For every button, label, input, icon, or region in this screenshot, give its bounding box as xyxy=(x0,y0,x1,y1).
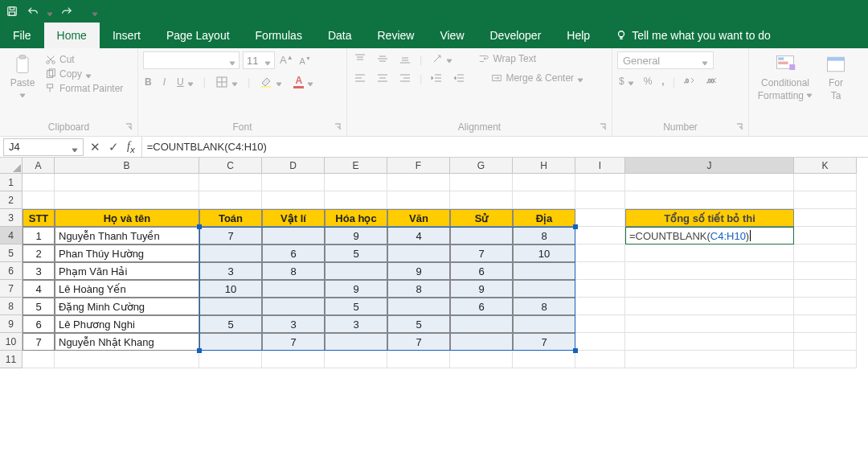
cell-F5[interactable] xyxy=(387,244,450,262)
cell-K9[interactable] xyxy=(794,315,857,333)
cell-B10[interactable]: Nguyễn Nhật Khang xyxy=(55,333,199,351)
worksheet-grid[interactable]: ABCDEFGHIJK 1234567891011 STTHọ và tênTo… xyxy=(0,158,868,399)
cell-B9[interactable]: Lê Phương Nghi xyxy=(55,315,199,333)
formula-input[interactable]: =COUNTBLANK(C4:H10) xyxy=(141,137,868,157)
cell-B5[interactable]: Phan Thúy Hường xyxy=(55,244,199,262)
cell-J7[interactable] xyxy=(625,280,794,298)
row-header-8[interactable]: 8 xyxy=(0,298,23,315)
cell-J9[interactable] xyxy=(625,315,794,333)
cell-K2[interactable] xyxy=(794,191,857,209)
row-header-9[interactable]: 9 xyxy=(0,315,23,333)
cell-I2[interactable] xyxy=(575,191,625,209)
cell-A9[interactable]: 6 xyxy=(23,315,55,333)
italic-button[interactable]: I xyxy=(162,76,167,88)
cell-H5[interactable]: 10 xyxy=(513,244,575,262)
cell-C8[interactable] xyxy=(199,298,262,315)
cut-button[interactable]: Cut xyxy=(43,53,125,66)
wrap-text-button[interactable]: Wrap Text xyxy=(477,52,538,65)
grow-font-button[interactable]: A▲ xyxy=(278,53,295,67)
cell-G9[interactable] xyxy=(450,315,513,333)
cell-K5[interactable] xyxy=(794,244,857,262)
cell-D1[interactable] xyxy=(262,174,325,191)
cell-H4[interactable]: 8 xyxy=(513,227,575,244)
column-header-A[interactable]: A xyxy=(23,158,55,174)
cell-I1[interactable] xyxy=(575,174,625,191)
cell-E2[interactable] xyxy=(325,191,387,209)
cell-B1[interactable] xyxy=(55,174,199,191)
qat-customize-icon[interactable] xyxy=(92,8,98,14)
align-left-button[interactable] xyxy=(352,71,368,85)
borders-button[interactable] xyxy=(214,75,240,89)
cell-G3[interactable]: Sử xyxy=(450,209,513,227)
cell-E7[interactable]: 9 xyxy=(325,280,387,298)
undo-dropdown-icon[interactable] xyxy=(47,8,53,14)
cell-I11[interactable] xyxy=(575,351,625,368)
cell-A5[interactable]: 2 xyxy=(23,244,55,262)
cell-F7[interactable]: 8 xyxy=(387,280,450,298)
font-size-select[interactable]: 11 xyxy=(243,51,275,69)
cell-F3[interactable]: Văn xyxy=(387,209,450,227)
cell-A11[interactable] xyxy=(23,351,55,368)
decrease-indent-button[interactable] xyxy=(428,71,444,85)
cell-D5[interactable]: 6 xyxy=(262,244,325,262)
tab-developer[interactable]: Developer xyxy=(477,23,555,48)
cell-H1[interactable] xyxy=(513,174,575,191)
cell-A3[interactable]: STT xyxy=(23,209,55,227)
font-family-select[interactable] xyxy=(143,51,240,69)
column-header-I[interactable]: I xyxy=(575,158,625,174)
cell-E8[interactable]: 5 xyxy=(325,298,387,315)
cell-D8[interactable] xyxy=(262,298,325,315)
row-header-5[interactable]: 5 xyxy=(0,244,23,262)
conditional-formatting-button[interactable]: Conditional Formatting xyxy=(754,51,817,101)
column-header-F[interactable]: F xyxy=(387,158,450,174)
cell-F1[interactable] xyxy=(387,174,450,191)
cell-E1[interactable] xyxy=(325,174,387,191)
cell-A6[interactable]: 3 xyxy=(23,262,55,280)
percent-format-button[interactable]: % xyxy=(642,75,654,88)
insert-function-button[interactable]: fx xyxy=(127,140,135,154)
tab-review[interactable]: Review xyxy=(365,23,428,48)
cell-I10[interactable] xyxy=(575,333,625,351)
fill-color-button[interactable] xyxy=(258,75,284,89)
cell-C10[interactable] xyxy=(199,333,262,351)
cell-H3[interactable]: Địa xyxy=(513,209,575,227)
range-handle[interactable] xyxy=(573,348,578,353)
cell-A1[interactable] xyxy=(23,174,55,191)
cell-H7[interactable] xyxy=(513,280,575,298)
cell-E4[interactable]: 9 xyxy=(325,227,387,244)
redo-icon[interactable] xyxy=(59,4,74,18)
range-handle[interactable] xyxy=(573,224,578,229)
format-as-table-button[interactable]: For Ta xyxy=(820,51,852,101)
cell-C9[interactable]: 5 xyxy=(199,315,262,333)
cell-J3[interactable]: Tổng số tiết bỏ thi xyxy=(625,209,794,227)
increase-indent-button[interactable] xyxy=(451,71,467,85)
column-header-D[interactable]: D xyxy=(262,158,325,174)
cell-G4[interactable] xyxy=(450,227,513,244)
cell-C7[interactable]: 10 xyxy=(199,280,262,298)
align-center-button[interactable] xyxy=(375,71,391,85)
cell-G2[interactable] xyxy=(450,191,513,209)
column-header-J[interactable]: J xyxy=(625,158,794,174)
range-handle[interactable] xyxy=(197,348,202,353)
save-icon[interactable] xyxy=(5,4,19,18)
cell-K4[interactable] xyxy=(794,227,857,244)
row-header-3[interactable]: 3 xyxy=(0,209,23,227)
row-header-1[interactable]: 1 xyxy=(0,174,23,191)
cell-G7[interactable]: 9 xyxy=(450,280,513,298)
cell-B3[interactable]: Họ và tên xyxy=(55,209,199,227)
tab-help[interactable]: Help xyxy=(554,23,603,48)
cell-F9[interactable]: 5 xyxy=(387,315,450,333)
cell-K7[interactable] xyxy=(794,280,857,298)
cell-F4[interactable]: 4 xyxy=(387,227,450,244)
tab-file[interactable]: File xyxy=(0,23,44,48)
cell-C6[interactable]: 3 xyxy=(199,262,262,280)
cell-I4[interactable] xyxy=(575,227,625,244)
cell-I9[interactable] xyxy=(575,315,625,333)
cell-J4-editing[interactable]: =COUNTBLANK(C4:H10) xyxy=(625,227,794,244)
cell-J6[interactable] xyxy=(625,262,794,280)
cell-H10[interactable]: 7 xyxy=(513,333,575,351)
column-header-E[interactable]: E xyxy=(325,158,387,174)
cell-K11[interactable] xyxy=(794,351,857,368)
cell-B7[interactable]: Lê Hoàng Yến xyxy=(55,280,199,298)
column-header-B[interactable]: B xyxy=(55,158,199,174)
